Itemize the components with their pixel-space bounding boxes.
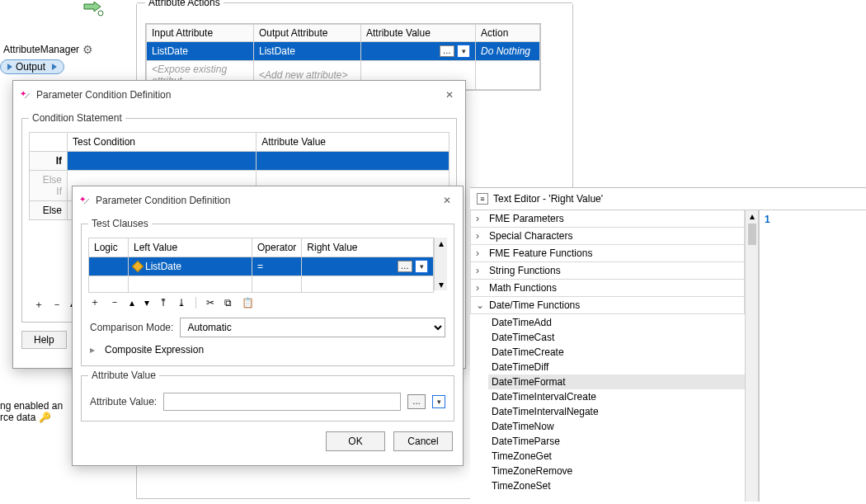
table-row[interactable]: ListDate ListDate … Do Nothing [147, 42, 540, 61]
function-datetimecreate[interactable]: DateTimeCreate [488, 345, 758, 360]
help-button[interactable]: Help [21, 331, 67, 349]
cell-input[interactable]: ListDate [147, 42, 254, 61]
remove-button[interactable]: － [110, 295, 120, 309]
col-attribute-value[interactable]: Attribute Value [361, 25, 476, 42]
separator [195, 297, 196, 309]
chevron-icon [476, 213, 484, 224]
ellipsis-button[interactable]: … [440, 45, 454, 57]
table-header-row: Test Condition Attribute Value [30, 133, 449, 152]
ellipsis-button[interactable]: … [407, 394, 426, 409]
remove-row-button[interactable]: － [52, 298, 62, 312]
text-editor-header[interactable]: ≡ Text Editor - 'Right Value' [470, 188, 866, 210]
move-up-button[interactable]: ▴ [129, 297, 134, 309]
attribute-value-row: Attribute Value: … [88, 389, 447, 414]
col-logic[interactable]: Logic [89, 238, 129, 257]
dialog-title: Parameter Condition Definition [96, 195, 433, 206]
col-blank [30, 133, 68, 152]
function-timezoneremove[interactable]: TimeZoneRemove [488, 464, 758, 478]
function-datetimenow[interactable]: DateTimeNow [488, 419, 758, 434]
paste-button[interactable]: 📋 [242, 297, 254, 309]
category-fme-parameters[interactable]: FME Parameters [470, 210, 745, 228]
cut-button[interactable]: ✂ [206, 297, 214, 309]
function-datetimeintervalnegate[interactable]: DateTimeIntervalNegate [488, 404, 758, 419]
composite-expression-toggle[interactable]: ▸Composite Expression [88, 341, 447, 359]
col-left-value[interactable]: Left Value [129, 238, 252, 257]
dialog-titlebar[interactable]: Parameter Condition Definition ✕ [13, 81, 465, 109]
col-test-condition[interactable]: Test Condition [68, 133, 257, 152]
output-port-label: Output [16, 61, 45, 73]
cell-action[interactable]: Do Nothing [476, 42, 540, 61]
dialog-title: Parameter Condition Definition [36, 89, 435, 101]
dropdown-button[interactable] [432, 395, 445, 408]
cell-empty [476, 61, 540, 90]
table-row-empty[interactable] [89, 276, 434, 293]
test-clauses-table[interactable]: Logic Left Value Operator Right Value Li… [88, 238, 434, 293]
function-timezoneset[interactable]: TimeZoneSet [488, 478, 758, 493]
copy-button[interactable]: ⧉ [224, 297, 232, 309]
function-list: DateTimeAddDateTimeCastDateTimeCreateDat… [470, 313, 758, 495]
category-math-functions[interactable]: Math Functions [470, 279, 745, 297]
dialog-titlebar[interactable]: Parameter Condition Definition ✕ [73, 186, 463, 214]
dropdown-button[interactable] [415, 260, 428, 273]
comparison-mode-select[interactable]: Automatic [180, 318, 445, 337]
bg-line-1: ng enabled an [0, 400, 63, 412]
cell-logic[interactable] [89, 257, 129, 276]
cell-left-value[interactable]: ListDate [129, 257, 252, 276]
close-button[interactable]: ✕ [438, 191, 456, 210]
dropdown-button[interactable] [457, 45, 470, 58]
function-datetimeintervalcreate[interactable]: DateTimeIntervalCreate [488, 389, 758, 404]
cell-value[interactable]: … [361, 42, 476, 61]
fieldset-legend: Condition Statement [29, 112, 125, 124]
category-label: Date/Time Functions [489, 299, 580, 311]
function-datetimecast[interactable]: DateTimeCast [488, 330, 758, 345]
function-category-list[interactable]: FME ParametersSpecial CharactersFME Feat… [470, 210, 759, 502]
attribute-icon [132, 260, 144, 271]
add-row-button[interactable]: ＋ [34, 298, 44, 312]
table-row-if[interactable]: If [30, 152, 449, 171]
ellipsis-button[interactable]: … [398, 261, 412, 272]
cell-test-condition[interactable] [68, 152, 257, 171]
row-label-else: Else [30, 201, 68, 220]
category-date-time-functions[interactable]: Date/Time Functions [470, 296, 745, 314]
comparison-mode-row: Comparison Mode: Automatic [88, 314, 447, 341]
col-action[interactable]: Action [476, 25, 540, 42]
col-right-value[interactable]: Right Value [302, 238, 434, 257]
transformer-name: AttributeManager [3, 44, 79, 55]
function-timezoneget[interactable]: TimeZoneGet [488, 449, 758, 464]
scrollbar-thumb[interactable] [748, 224, 756, 245]
col-output-attribute[interactable]: Output Attribute [254, 25, 361, 42]
function-datetimeadd[interactable]: DateTimeAdd [488, 315, 758, 330]
col-input-attribute[interactable]: Input Attribute [147, 25, 254, 42]
category-string-functions[interactable]: String Functions [470, 261, 745, 280]
close-button[interactable]: ✕ [440, 86, 459, 104]
ok-button[interactable]: OK [326, 431, 385, 451]
background-text: ng enabled an rce data 🔑 [0, 400, 63, 423]
attribute-value-input[interactable] [163, 393, 401, 411]
cell-operator[interactable]: = [252, 257, 302, 276]
move-top-button[interactable]: ⤒ [159, 297, 167, 309]
output-port[interactable]: Output [0, 59, 64, 74]
table-row[interactable]: ListDate = … [89, 257, 434, 276]
chevron-icon [476, 247, 484, 259]
cancel-button[interactable]: Cancel [393, 431, 453, 451]
cell-right-value[interactable]: … [302, 257, 434, 276]
category-special-characters[interactable]: Special Characters [470, 227, 745, 245]
add-button[interactable]: ＋ [90, 295, 100, 309]
function-datetimeformat[interactable]: DateTimeFormat [488, 374, 758, 389]
col-attribute-value[interactable]: Attribute Value [257, 133, 449, 152]
function-datetimeparse[interactable]: DateTimeParse [488, 434, 758, 449]
function-datetimediff[interactable]: DateTimeDiff [488, 360, 758, 374]
move-bottom-button[interactable]: ⤓ [177, 297, 186, 309]
text-editor-area[interactable]: 1 [759, 210, 866, 502]
transformer-node[interactable]: AttributeManager ⚙ Output [0, 41, 120, 74]
gear-icon[interactable]: ⚙ [82, 43, 93, 56]
cell-attribute-value[interactable] [257, 152, 449, 171]
wand-icon [79, 195, 91, 206]
move-down-button[interactable]: ▾ [144, 297, 149, 309]
category-fme-feature-functions[interactable]: FME Feature Functions [470, 244, 745, 262]
chevron-icon [476, 282, 484, 294]
scrollbar[interactable]: ▴ [745, 210, 758, 502]
scrollbar[interactable]: ▴▾ [434, 238, 447, 290]
col-operator[interactable]: Operator [252, 238, 302, 257]
cell-output[interactable]: ListDate [254, 42, 361, 61]
